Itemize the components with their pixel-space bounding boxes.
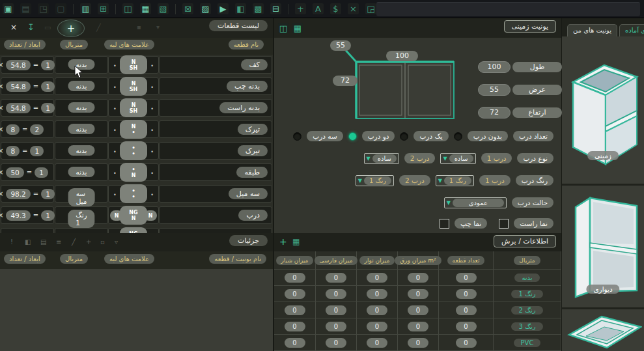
board-icon[interactable]: ⊠ — [182, 3, 193, 14]
dot-icon[interactable]: ▫ — [100, 238, 105, 246]
size-value[interactable]: 8 — [6, 124, 20, 135]
option-three-doors[interactable]: سه درب — [307, 131, 343, 141]
panel-icon[interactable]: ▢ — [55, 3, 66, 14]
part-name-button[interactable]: بدنه راست — [219, 102, 268, 113]
count-value[interactable]: 1 — [41, 210, 55, 221]
size-value[interactable]: 8 — [6, 146, 20, 156]
edge-center-button[interactable]: NSH — [120, 55, 147, 74]
screen-icon[interactable]: ⊞ — [98, 3, 109, 14]
radio-one-door[interactable] — [400, 132, 408, 141]
part-name-button[interactable]: بدنه چپ — [227, 81, 268, 92]
material-button[interactable]: بدنه — [68, 167, 95, 177]
part-name-button[interactable]: درب — [238, 210, 268, 221]
edge-left-mark[interactable]: • — [113, 128, 117, 133]
calculator-icon[interactable]: ▩ — [253, 3, 264, 14]
radio-two-doors-selected[interactable] — [348, 132, 357, 141]
option-no-door[interactable]: بدون درب — [468, 131, 508, 141]
size-value[interactable]: 54.8 — [6, 81, 30, 92]
material-button[interactable]: بدنه — [68, 124, 95, 134]
material-button[interactable]: رنگ 1 — [68, 210, 94, 228]
sheet-icon[interactable]: ▧ — [158, 3, 169, 14]
edge-right-mark[interactable]: • — [150, 192, 154, 198]
pencil-icon[interactable]: ╱ — [96, 23, 101, 32]
material-button[interactable]: سه میل — [68, 188, 95, 206]
count-value[interactable]: 2 — [30, 124, 44, 135]
close-icon[interactable]: × — [10, 23, 17, 32]
monitor-icon[interactable]: ▤ — [20, 3, 31, 14]
part-name-button[interactable]: تیرک — [238, 145, 268, 156]
menu-icon[interactable]: ≡ — [56, 238, 61, 246]
font-icon[interactable]: A — [313, 3, 324, 14]
count-value[interactable]: 1 — [41, 189, 55, 199]
sheet-grid-icon[interactable]: ▦ — [292, 237, 300, 246]
edge-left-mark[interactable]: • — [113, 192, 117, 198]
grid-view-icon[interactable]: ▦ — [292, 23, 303, 33]
material-button[interactable]: بدنه — [68, 81, 95, 91]
door2-color-dropdown[interactable]: رنگ 1 ▼ — [356, 175, 394, 186]
part-name-button[interactable]: طبقه — [236, 167, 268, 178]
edge-center-button[interactable]: NSH — [120, 77, 147, 96]
door2-type-dropdown[interactable]: ساده ▼ — [364, 153, 399, 164]
add-icon[interactable]: + — [279, 236, 287, 247]
part-name-button[interactable]: سه میل — [229, 188, 268, 199]
size-value[interactable]: 49.3 — [6, 210, 30, 221]
edge-right-mark[interactable]: • — [150, 171, 154, 176]
size-value[interactable]: 50 — [6, 167, 23, 178]
edge-center-button[interactable]: •• — [120, 141, 147, 160]
list-view-icon[interactable]: ◫ — [278, 23, 288, 33]
add-text-icon[interactable]: + — [295, 3, 306, 14]
edge-left-mark[interactable]: • — [113, 85, 117, 91]
currency-icon[interactable]: $ — [330, 3, 341, 14]
edge-right-mark[interactable]: • — [150, 85, 154, 91]
edge-right-mark[interactable]: • — [150, 63, 154, 69]
unit-item-base[interactable]: زمینی — [562, 36, 644, 186]
size-value[interactable]: 54.8 — [6, 103, 30, 113]
radio-no-door[interactable] — [454, 132, 462, 141]
tab-my-units[interactable]: یونیت های من — [567, 24, 617, 36]
unit-item-wall[interactable]: دیواری — [562, 186, 644, 309]
copy-icon[interactable]: ◲ — [365, 3, 376, 14]
warning-icon[interactable]: ! — [10, 238, 13, 246]
width-input[interactable]: 55 — [478, 84, 511, 96]
slash-icon[interactable]: ╱ — [72, 238, 76, 246]
import-icon[interactable]: ↧ — [27, 22, 35, 32]
view-left-checkbox[interactable] — [440, 219, 449, 229]
count-value[interactable]: 1 — [35, 167, 48, 178]
option-two-doors[interactable]: دو درب — [362, 131, 395, 141]
radio-three-doors[interactable] — [293, 132, 301, 141]
edge-right-mark[interactable]: • — [150, 106, 154, 112]
user-icon[interactable]: ▨ — [200, 3, 211, 14]
delete-icon[interactable]: × — [348, 3, 359, 14]
edge-right-mark[interactable]: • — [150, 128, 154, 133]
edge-center-button[interactable]: N• — [120, 120, 147, 139]
tab-ready-units[interactable]: یونیت های آماده — [619, 24, 644, 36]
edge-left-mark[interactable]: • — [113, 63, 117, 69]
window-icon[interactable]: ▣ — [3, 3, 14, 14]
option-one-door[interactable]: یک درب — [413, 131, 448, 141]
edge-center-button[interactable]: NGN — [120, 227, 147, 233]
edge-center-button[interactable]: NSH — [120, 98, 147, 117]
count-value[interactable]: 1 — [41, 81, 55, 92]
caret-icon[interactable]: ▾ — [156, 23, 160, 31]
part-name-button[interactable]: کف — [241, 59, 268, 70]
length-input[interactable]: 100 — [478, 61, 511, 73]
edge-center-button[interactable]: •N — [120, 163, 147, 182]
edge-center-button[interactable]: •• — [120, 184, 147, 203]
view-right-checkbox[interactable] — [499, 219, 509, 229]
edge-right-button[interactable]: N — [144, 210, 157, 221]
play-icon[interactable]: ▶ — [217, 3, 229, 14]
add-part-button[interactable]: + — [57, 20, 85, 37]
edge-center-button[interactable]: NGN — [120, 206, 147, 225]
material-button[interactable]: بدنه — [68, 145, 95, 156]
part-name-button[interactable]: تیرک — [238, 124, 268, 135]
edge-left-mark[interactable]: • — [113, 106, 117, 112]
door-mode-dropdown[interactable]: عمودی ▼ — [444, 197, 507, 208]
door1-color-dropdown[interactable]: رنگ 1 ▼ — [436, 175, 474, 186]
printer-icon[interactable]: ⊟ — [270, 3, 281, 14]
display-icon[interactable]: ◳ — [38, 3, 49, 14]
box-icon[interactable]: ▭ — [44, 23, 51, 32]
folder-icon[interactable]: ▥ — [80, 3, 91, 14]
unit-item-sink[interactable] — [562, 309, 644, 351]
grid-icon[interactable]: ▦ — [140, 3, 151, 14]
count-value[interactable]: 1 — [41, 60, 55, 70]
